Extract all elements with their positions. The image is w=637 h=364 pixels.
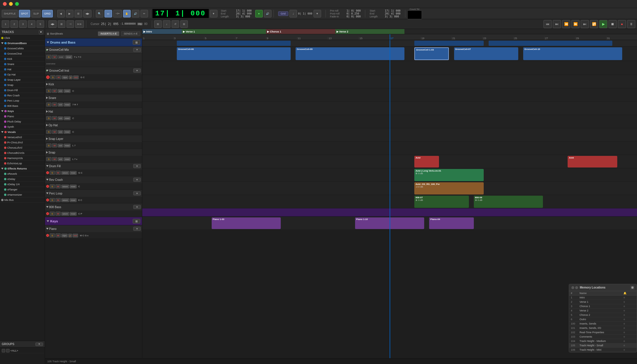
808bass-menu[interactable]: ▼ (133, 205, 141, 209)
gcmix-menu[interactable]: ▼ (133, 48, 141, 52)
kick-solo[interactable]: S (46, 89, 51, 93)
fast-forward-button[interactable]: ⏭ (553, 20, 561, 28)
loop-rec-btn[interactable]: ↺ (172, 20, 179, 28)
clip-piano04[interactable]: Piano-04 (429, 217, 474, 229)
ml-row-100[interactable]: 100Inserts, Sends○ (569, 322, 637, 326)
track-num-4[interactable]: 4 (28, 20, 35, 28)
select-tool[interactable]: ▭ (105, 10, 112, 17)
piano-rec[interactable] (46, 234, 49, 237)
speaker-icon[interactable]: 🔊 (132, 10, 139, 17)
kick-fold[interactable] (46, 83, 48, 85)
808bass-wave[interactable]: wave (61, 212, 69, 216)
track-item-vocals[interactable]: Vocals (0, 129, 45, 135)
spot-button[interactable]: SPOT (19, 10, 30, 17)
ophat-fold[interactable] (46, 124, 48, 126)
snaplayer-vol[interactable]: vol (58, 144, 63, 147)
clip-808-07[interactable]: 808-07 ⊕ 0 dB (414, 196, 469, 208)
folder-arrow-drums[interactable] (1, 42, 3, 44)
piano-p[interactable]: p (68, 234, 72, 237)
ophat-read[interactable]: read (64, 130, 71, 134)
snaplayer-solo[interactable]: S (46, 143, 51, 147)
kick-vol[interactable]: vol (58, 89, 63, 93)
gcmix-mute[interactable]: M (52, 55, 57, 59)
ml-menu-btn[interactable]: ⊞ (630, 286, 634, 290)
ml-row-5[interactable]: 5Chorus 2○ (569, 313, 637, 317)
track-item-piano[interactable]: Piano (0, 114, 45, 119)
gcinst-fold[interactable] (46, 70, 48, 71)
clip-percloop-avid[interactable]: Avid_OS_RS_100_Per -2.0 dB (414, 182, 484, 194)
gcmix-over[interactable]: over (58, 55, 65, 59)
track-num-3[interactable]: 3 (19, 20, 27, 28)
clip-longverb[interactable]: Avid | Long Verb.cm-01 ⊕ 0 dB (414, 169, 484, 181)
kick-mute[interactable]: M (52, 89, 57, 93)
snare-mute[interactable]: M (52, 102, 57, 107)
track-item-chorusbgvcls[interactable]: ChorusBGVcls (0, 150, 45, 156)
metronome-btn[interactable]: ⊞ (154, 20, 162, 28)
track-item-keys[interactable]: Keys (0, 109, 45, 114)
snap-vol[interactable]: vol (58, 157, 63, 161)
ml-row-2[interactable]: 2Verse 1○ (569, 300, 637, 304)
808bass-rec[interactable] (46, 212, 49, 215)
gcinst-mute[interactable]: M (56, 75, 61, 79)
clips-scroll-area[interactable]: GrooveCell-06 GrooveCell-09 GrooveCell 1… (142, 40, 637, 358)
maximize-button[interactable] (15, 2, 19, 6)
play-button[interactable]: ▶ (599, 20, 607, 28)
track-item-snap[interactable]: Snap (0, 82, 45, 88)
groups-all-btn2[interactable] (6, 349, 10, 352)
close-button[interactable] (3, 2, 7, 6)
gcmix-fold[interactable] (46, 49, 48, 51)
piano-solo[interactable]: S (50, 233, 55, 237)
gcmix-solo[interactable]: S (46, 55, 51, 59)
slip-button[interactable]: SLIP (31, 10, 41, 17)
track-item-grooveclnst[interactable]: GrooveClnst (0, 51, 45, 56)
midi-merge-btn[interactable]: ⊞ (180, 20, 188, 28)
ml-dot-1[interactable] (571, 286, 574, 289)
pencil-tool[interactable]: ✏ (141, 10, 148, 17)
ml-row-102[interactable]: 102Real-Time Properties○ (569, 330, 637, 335)
drumfill-rec[interactable] (46, 171, 49, 174)
revcrash-mute[interactable]: M (55, 184, 61, 188)
snare-read[interactable]: read (64, 103, 71, 107)
zoom-icon[interactable]: ⊞ (75, 10, 82, 17)
hat-read[interactable]: read (64, 116, 71, 120)
drums-section-btn[interactable]: ▦ (133, 40, 140, 45)
track-item-snare[interactable]: Snare (0, 62, 45, 67)
grid-toggle[interactable]: Grid (278, 11, 288, 16)
808bass-fold[interactable] (46, 206, 48, 208)
drumfill-solo[interactable]: S (50, 171, 55, 175)
track-item-xflanger[interactable]: xFlanger (0, 187, 45, 192)
piano-fold[interactable] (46, 228, 48, 230)
clip-avid-drumfill[interactable]: Avid (414, 156, 439, 167)
clip-gain-btn[interactable]: ⊣ (66, 20, 74, 28)
grid-dropdown[interactable]: ▼ (314, 10, 321, 17)
piano-red[interactable]: red (73, 234, 78, 237)
kick-read[interactable]: read (64, 89, 71, 93)
pause-button[interactable]: ⏸ (627, 20, 635, 28)
clip-avid-drumfill2[interactable]: Avid (568, 156, 617, 167)
track-item-xdelay[interactable]: xDelay (0, 176, 45, 182)
snare-solo[interactable]: S (46, 102, 51, 107)
back-button[interactable]: ◀ (57, 10, 65, 17)
track-item-snaplayer[interactable]: Snap Layer (0, 77, 45, 82)
groups-all-item[interactable]: <ALL> (1, 348, 44, 353)
track-item-chorusldvcl[interactable]: ChorusLdVcl (0, 145, 45, 150)
rewind2-button[interactable]: ⏪ (562, 20, 570, 28)
ml-row-106[interactable]: 106Track Height - Mini○ (569, 348, 637, 352)
rewind-button[interactable]: ⏮ (544, 20, 552, 28)
percloop-rec[interactable] (46, 199, 49, 201)
keys-section-fold[interactable] (47, 220, 49, 222)
forward-button[interactable]: ▶ (66, 10, 73, 17)
ml-row-4[interactable]: 4Verse 2○ (569, 309, 637, 313)
skip-btn[interactable]: ⊳⊳ (75, 20, 84, 28)
clip-gc103[interactable]: GrooveCell 1-03 (414, 47, 449, 60)
ffwd2-button[interactable]: ⏩ (571, 20, 580, 28)
gcinst-menu[interactable]: ▼ (133, 69, 141, 73)
snaplayer-read[interactable]: read (64, 144, 71, 147)
ml-row-1[interactable]: 1Intro○ (569, 295, 637, 300)
midi-btn[interactable]: ♩ (163, 20, 170, 28)
drumfill-fold[interactable] (46, 165, 48, 167)
hat-fold[interactable] (46, 110, 48, 113)
hat-vol[interactable]: vol (58, 116, 63, 120)
snare-vol[interactable]: vol (58, 103, 63, 107)
gcinst-red[interactable]: red (73, 75, 79, 79)
